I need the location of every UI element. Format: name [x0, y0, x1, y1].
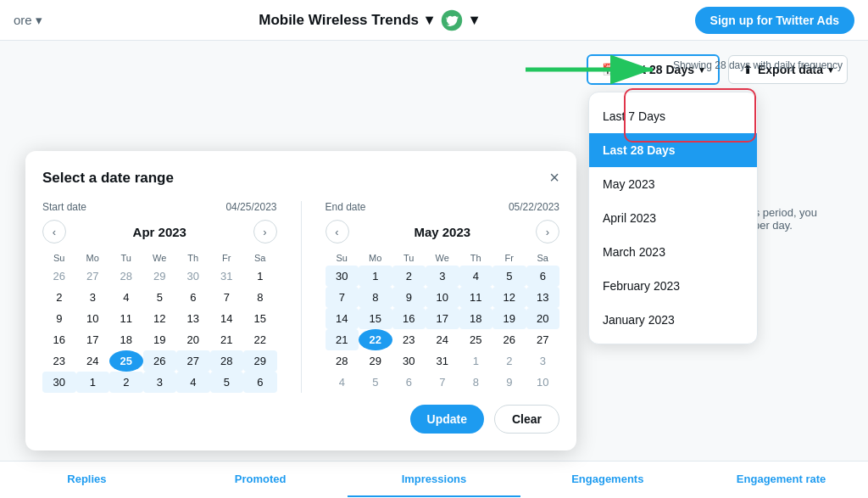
calendar-day[interactable]: 8 — [359, 287, 392, 308]
calendar-day[interactable]: 30 — [176, 266, 210, 287]
calendar-day[interactable]: 28 — [210, 350, 244, 372]
calendar-day[interactable]: 6 — [392, 372, 426, 393]
dropdown-item[interactable]: January 2023 — [589, 303, 757, 337]
cal-right-prev-button[interactable]: ‹ — [326, 220, 349, 243]
calendar-day[interactable]: 23 — [392, 329, 426, 350]
dropdown-item[interactable]: Last 28 Days — [589, 133, 757, 167]
calendar-day[interactable]: 30 — [392, 350, 426, 372]
calendar-day[interactable]: 4 — [459, 266, 493, 287]
calendar-day[interactable]: 9 — [42, 308, 76, 329]
calendar-day[interactable]: 15 — [243, 308, 277, 329]
calendar-day[interactable]: 21 — [210, 329, 244, 350]
calendar-day[interactable]: 6 — [243, 372, 277, 393]
calendar-day[interactable]: 26 — [492, 329, 526, 350]
calendar-day[interactable]: 4 — [326, 372, 359, 393]
calendar-day[interactable]: 3 — [426, 266, 459, 287]
calendar-day[interactable]: 27 — [76, 266, 110, 287]
calendar-day[interactable]: 3 — [143, 372, 177, 393]
calendar-day[interactable]: 10 — [426, 287, 459, 308]
dropdown-item[interactable]: March 2023 — [589, 235, 757, 269]
calendar-day[interactable]: 1 — [459, 350, 493, 372]
calendar-day[interactable]: 29 — [243, 350, 277, 372]
calendar-day[interactable]: 3 — [76, 287, 110, 308]
cal-right-next-button[interactable]: › — [536, 220, 559, 243]
calendar-day[interactable]: 26 — [42, 266, 76, 287]
bottom-tab-impressions[interactable]: Impressions — [348, 462, 521, 497]
calendar-day[interactable]: 1 — [359, 266, 392, 287]
signup-button[interactable]: Sign up for Twitter Ads — [695, 7, 854, 34]
calendar-day[interactable]: 7 — [426, 372, 459, 393]
calendar-day[interactable]: 19 — [492, 308, 526, 329]
dropdown-item[interactable]: May 2023 — [589, 167, 757, 201]
calendar-day[interactable]: 23 — [42, 350, 76, 372]
calendar-day[interactable]: 2 — [109, 372, 143, 393]
calendar-day[interactable]: 18 — [459, 308, 493, 329]
calendar-day[interactable]: 10 — [526, 372, 560, 393]
calendar-day[interactable]: 26 — [143, 350, 177, 372]
calendar-day[interactable]: 15 — [359, 308, 392, 329]
calendar-day[interactable]: 16 — [392, 308, 426, 329]
calendar-day[interactable]: 5 — [143, 287, 177, 308]
clear-button[interactable]: Clear — [494, 405, 559, 434]
more-label[interactable]: ore — [14, 13, 32, 27]
calendar-day[interactable]: 3 — [526, 350, 560, 372]
bottom-tab-engagements[interactable]: Engagements — [520, 462, 694, 497]
calendar-day[interactable]: 9 — [392, 287, 426, 308]
calendar-day[interactable]: 12 — [143, 308, 177, 329]
end-date-value[interactable]: 05/22/2023 — [509, 201, 559, 213]
calendar-day[interactable]: 2 — [392, 266, 426, 287]
calendar-day[interactable]: 25 — [459, 329, 493, 350]
bottom-tab-replies[interactable]: Replies — [0, 462, 174, 497]
calendar-day[interactable]: 5 — [359, 372, 392, 393]
update-button[interactable]: Update — [410, 405, 484, 434]
calendar-day[interactable]: 19 — [143, 329, 177, 350]
calendar-day[interactable]: 2 — [492, 350, 526, 372]
calendar-day[interactable]: 7 — [326, 287, 359, 308]
calendar-day[interactable]: 2 — [42, 287, 76, 308]
calendar-day[interactable]: 1 — [76, 372, 110, 393]
calendar-day[interactable]: 20 — [176, 329, 210, 350]
calendar-day[interactable]: 21 — [326, 329, 359, 350]
calendar-day[interactable]: 29 — [143, 266, 177, 287]
calendar-day[interactable]: 16 — [42, 329, 76, 350]
calendar-day[interactable]: 22 — [243, 329, 277, 350]
calendar-day[interactable]: 29 — [359, 350, 392, 372]
calendar-day[interactable]: 20 — [526, 308, 560, 329]
bottom-tab-engagement-rate[interactable]: Engagement rate — [694, 462, 868, 497]
calendar-day[interactable]: 27 — [176, 350, 210, 372]
cal-left-prev-button[interactable]: ‹ — [42, 220, 66, 243]
calendar-day[interactable]: 12 — [492, 287, 526, 308]
calendar-day[interactable]: 30 — [326, 266, 359, 287]
calendar-day[interactable]: 6 — [176, 287, 210, 308]
calendar-day[interactable]: 6 — [526, 266, 560, 287]
cal-left-next-button[interactable]: › — [253, 220, 277, 243]
calendar-day[interactable]: 28 — [326, 350, 359, 372]
calendar-day[interactable]: 8 — [243, 287, 277, 308]
calendar-day[interactable]: 10 — [76, 308, 110, 329]
calendar-day[interactable]: 13 — [526, 287, 560, 308]
calendar-day[interactable]: 25 — [109, 350, 143, 372]
close-button[interactable]: × — [549, 168, 559, 187]
calendar-day[interactable]: 28 — [109, 266, 143, 287]
dropdown-item[interactable]: Last 7 Days — [589, 99, 757, 133]
calendar-day[interactable]: 13 — [176, 308, 210, 329]
calendar-day[interactable]: 24 — [76, 350, 110, 372]
bottom-tab-promoted[interactable]: Promoted — [174, 462, 348, 497]
calendar-day[interactable]: 17 — [426, 308, 459, 329]
calendar-day[interactable]: 27 — [526, 329, 560, 350]
calendar-day[interactable]: 14 — [210, 308, 244, 329]
calendar-day[interactable]: 30 — [42, 372, 76, 393]
start-date-value[interactable]: 04/25/2023 — [225, 201, 276, 213]
dropdown-item[interactable]: February 2023 — [589, 269, 757, 303]
calendar-day[interactable]: 11 — [459, 287, 493, 308]
calendar-day[interactable]: 1 — [243, 266, 277, 287]
dropdown-item[interactable]: April 2023 — [589, 201, 757, 235]
calendar-day[interactable]: 31 — [210, 266, 244, 287]
calendar-day[interactable]: 5 — [492, 266, 526, 287]
calendar-day[interactable]: 22 — [359, 329, 392, 350]
calendar-day[interactable]: 17 — [76, 329, 110, 350]
calendar-day[interactable]: 4 — [109, 287, 143, 308]
calendar-day[interactable]: 5 — [210, 372, 244, 393]
calendar-day[interactable]: 8 — [459, 372, 493, 393]
calendar-day[interactable]: 24 — [426, 329, 459, 350]
